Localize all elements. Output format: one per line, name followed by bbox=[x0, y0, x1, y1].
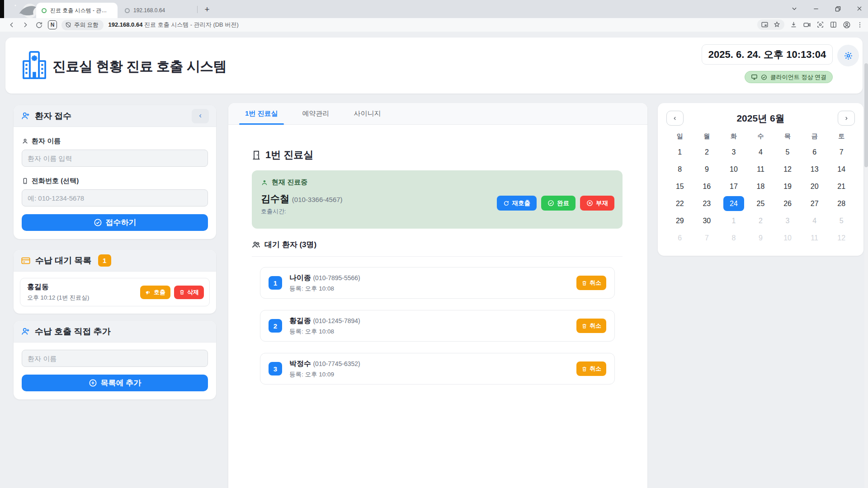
hospital-icon bbox=[20, 50, 48, 80]
scrollbar-thumb[interactable] bbox=[864, 63, 868, 167]
add-to-list-button[interactable]: 목록에 추가 bbox=[22, 375, 208, 391]
call-button[interactable]: 호출 bbox=[140, 286, 170, 299]
calendar-day-muted[interactable]: 2 bbox=[747, 213, 774, 228]
calendar-day-muted[interactable]: 6 bbox=[666, 230, 693, 245]
cancel-button-label: 취소 bbox=[590, 279, 601, 287]
new-tab-button[interactable]: + bbox=[201, 4, 213, 15]
bookmark-star-icon[interactable] bbox=[773, 21, 781, 28]
calendar-header: 2025년 6월 bbox=[666, 111, 855, 126]
calendar-day[interactable]: 16 bbox=[693, 179, 721, 194]
calendar-day-muted[interactable]: 11 bbox=[801, 230, 828, 245]
calendar-day[interactable]: 22 bbox=[666, 196, 693, 211]
calendar-day[interactable]: 12 bbox=[774, 162, 801, 177]
calendar-day[interactable]: 14 bbox=[828, 162, 855, 177]
calendar-day-muted[interactable]: 3 bbox=[774, 213, 801, 228]
tab-search-chevron-icon[interactable] bbox=[789, 4, 799, 14]
browser-tab-active[interactable]: 진료 호출 시스템 - 관리자 (DB 버전) bbox=[36, 3, 118, 18]
calendar-day[interactable]: 4 bbox=[747, 145, 774, 160]
calendar-day[interactable]: 7 bbox=[828, 145, 855, 160]
calendar-day[interactable]: 27 bbox=[801, 196, 828, 211]
register-button[interactable]: 접수하기 bbox=[22, 214, 208, 231]
calendar-day[interactable]: 25 bbox=[747, 196, 774, 211]
direct-add-name-input[interactable] bbox=[22, 350, 208, 367]
download-icon[interactable] bbox=[790, 21, 797, 28]
calendar-day[interactable]: 15 bbox=[666, 179, 693, 194]
waiting-registered-time: 등록: 오후 10:09 bbox=[289, 371, 360, 379]
kebab-menu-icon[interactable] bbox=[856, 21, 863, 28]
calendar-day[interactable]: 29 bbox=[666, 213, 693, 228]
person-plus-icon bbox=[21, 111, 30, 121]
site-security-chip[interactable]: 주의 요함 bbox=[61, 20, 104, 30]
calendar-day-muted[interactable]: 5 bbox=[828, 213, 855, 228]
calendar-day-selected[interactable]: 24 bbox=[723, 196, 744, 211]
minimize-button[interactable] bbox=[811, 4, 821, 14]
forward-icon[interactable] bbox=[20, 19, 31, 30]
profile-icon[interactable] bbox=[843, 21, 851, 29]
picture-in-picture-icon[interactable] bbox=[761, 21, 769, 28]
check-circle-icon bbox=[547, 200, 554, 206]
restore-button[interactable] bbox=[833, 4, 843, 14]
calendar-day[interactable]: 30 bbox=[693, 213, 721, 228]
calendar-day[interactable]: 2 bbox=[693, 145, 721, 160]
check-circle-icon bbox=[94, 218, 102, 227]
screenshot-icon[interactable] bbox=[816, 21, 824, 28]
calendar-day-muted[interactable]: 9 bbox=[747, 230, 774, 245]
calendar-next-button[interactable] bbox=[838, 111, 855, 126]
calendar-day[interactable]: 26 bbox=[774, 196, 801, 211]
calendar-day[interactable]: 11 bbox=[747, 162, 774, 177]
video-capture-icon[interactable] bbox=[803, 21, 811, 29]
calendar-day[interactable]: 28 bbox=[828, 196, 855, 211]
calendar-day[interactable]: 20 bbox=[801, 179, 828, 194]
calendar-day[interactable]: 6 bbox=[801, 145, 828, 160]
split-view-icon[interactable] bbox=[830, 21, 837, 28]
complete-button[interactable]: 완료 bbox=[541, 196, 576, 211]
tab-room-1[interactable]: 1번 진료실 bbox=[233, 103, 290, 124]
calendar-day-muted[interactable]: 4 bbox=[801, 213, 828, 228]
calendar-day-muted[interactable]: 7 bbox=[693, 230, 721, 245]
page-scrollbar[interactable] bbox=[864, 63, 868, 488]
settings-button[interactable] bbox=[837, 45, 859, 66]
page-title: 진료실 현황 진료 호출 시스템 bbox=[52, 57, 226, 76]
register-button-label: 접수하기 bbox=[106, 217, 137, 228]
calendar-day[interactable]: 3 bbox=[720, 145, 747, 160]
calendar-prev-button[interactable] bbox=[666, 111, 684, 126]
calendar-day[interactable]: 19 bbox=[774, 179, 801, 194]
calendar-day[interactable]: 23 bbox=[693, 196, 721, 211]
datetime-display: 2025. 6. 24. 오후 10:13:04 bbox=[702, 44, 833, 65]
security-label: 주의 요함 bbox=[74, 21, 98, 29]
back-icon[interactable] bbox=[6, 19, 17, 30]
weekday-label: 토 bbox=[828, 132, 855, 141]
sidebar-collapse-button[interactable] bbox=[192, 109, 209, 123]
calendar-day-muted[interactable]: 10 bbox=[774, 230, 801, 245]
calendar-day[interactable]: 13 bbox=[801, 162, 828, 177]
absent-button[interactable]: 부재 bbox=[580, 196, 614, 211]
calendar-day-muted[interactable]: 12 bbox=[828, 230, 855, 245]
whale-logo[interactable]: N bbox=[48, 20, 57, 29]
calendar-day-muted[interactable]: 8 bbox=[720, 230, 747, 245]
check-circle-icon bbox=[761, 74, 767, 80]
cancel-button[interactable]: 취소 bbox=[576, 319, 606, 333]
recall-button[interactable]: 재호출 bbox=[497, 196, 537, 211]
trash-icon bbox=[581, 280, 587, 286]
calendar-day[interactable]: 8 bbox=[666, 162, 693, 177]
calendar-day[interactable]: 17 bbox=[720, 179, 747, 194]
calendar-day[interactable]: 21 bbox=[828, 179, 855, 194]
address-url[interactable]: 192.168.0.64 진료 호출 시스템 - 관리자 (DB 버전) bbox=[108, 21, 238, 29]
calendar-day[interactable]: 9 bbox=[693, 162, 721, 177]
phone-input[interactable] bbox=[22, 189, 208, 206]
close-button[interactable] bbox=[854, 4, 864, 14]
calendar-day[interactable]: 18 bbox=[747, 179, 774, 194]
patient-name-input[interactable] bbox=[22, 150, 208, 167]
calendar-day-muted[interactable]: 1 bbox=[720, 213, 747, 228]
calendar-day[interactable]: 1 bbox=[666, 145, 693, 160]
tab-reservations[interactable]: 예약관리 bbox=[290, 103, 342, 124]
cancel-button[interactable]: 취소 bbox=[576, 276, 606, 290]
calendar-day[interactable]: 5 bbox=[774, 145, 801, 160]
delete-button[interactable]: 삭제 bbox=[174, 286, 204, 299]
browser-tab-inactive[interactable]: 192.168.0.64 bbox=[119, 3, 195, 18]
tab-signage[interactable]: 사이니지 bbox=[342, 103, 393, 124]
reload-icon[interactable] bbox=[33, 19, 44, 30]
cancel-button[interactable]: 취소 bbox=[576, 361, 606, 376]
waiting-patient-name-row: 황길종 (010-1245-7894) bbox=[289, 316, 360, 326]
calendar-day[interactable]: 10 bbox=[720, 162, 747, 177]
